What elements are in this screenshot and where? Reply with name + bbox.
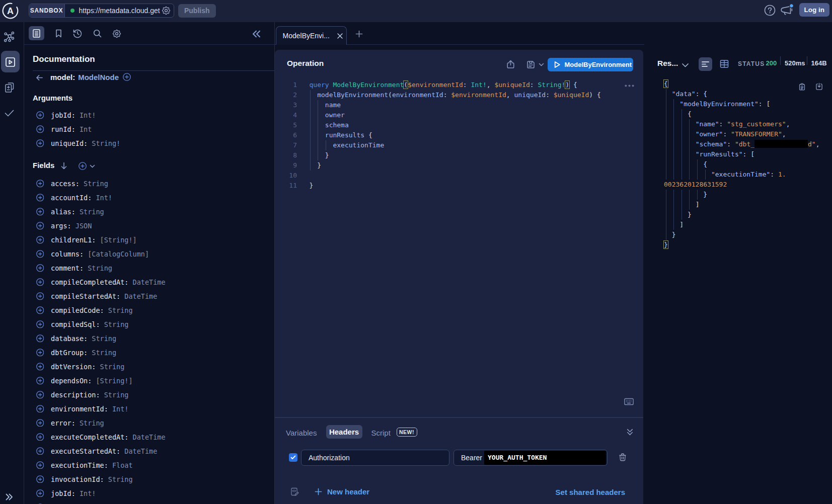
tab-modelbyenvironment[interactable]: ModelByEnvi... [276,26,347,45]
field-name[interactable]: alias: String [51,208,104,216]
add-field-icon[interactable] [36,334,44,343]
add-field-icon[interactable] [36,489,44,497]
add-field-icon[interactable] [36,139,44,147]
add-field-icon[interactable] [36,292,44,300]
history-tab-icon[interactable] [72,29,83,39]
response-menu-chevron-icon[interactable] [682,63,689,68]
run-button[interactable]: ModelByEnvironment [548,58,634,72]
checks-icon[interactable] [4,108,15,118]
field-name[interactable]: comment: String [51,264,112,272]
add-field-icon[interactable] [36,250,44,258]
field-name[interactable]: runId: Int [51,125,92,133]
field-type[interactable]: String [104,391,129,399]
login-button[interactable]: Log in [799,3,829,17]
add-field-icon[interactable] [36,461,44,469]
field-name[interactable]: accountId: Int! [51,194,112,202]
field-type[interactable]: String [104,320,129,328]
save-operation-icon[interactable] [526,60,536,69]
field-type[interactable]: String [92,334,116,343]
model-type-link[interactable]: ModelNode [78,73,119,81]
field-name[interactable]: dependsOn: [String!] [51,377,133,385]
field-type[interactable]: String [108,475,133,483]
field-name[interactable]: columns: [CatalogColumn] [51,250,149,258]
field-name[interactable]: compileCompletedAt: DateTime [51,278,166,286]
field-name[interactable]: environmentId: Int! [51,405,128,413]
add-field-icon[interactable] [36,264,44,272]
keyboard-shortcuts-icon[interactable] [624,398,634,405]
field-type[interactable]: DateTime [124,292,157,300]
add-fields-menu-chevron-icon[interactable] [90,164,95,169]
add-field-icon[interactable] [36,391,44,399]
field-name[interactable]: jobId: Int! [51,489,96,497]
new-header-plus-icon[interactable] [315,488,322,495]
new-tab-icon[interactable] [355,30,363,38]
field-type[interactable]: String [108,306,133,314]
add-field-icon[interactable] [36,377,44,385]
add-field-icon[interactable] [36,320,44,328]
add-field-icon[interactable] [36,222,44,230]
changelog-icon[interactable] [5,81,15,93]
operation-editor[interactable]: 1query ModelByEnvironment($environmentId… [275,80,643,191]
field-type[interactable]: DateTime [133,433,166,441]
add-field-icon[interactable] [36,180,44,188]
add-field-icon[interactable] [36,419,44,427]
collapse-docs-icon[interactable] [251,29,262,39]
tab-headers[interactable]: Headers [326,425,362,439]
announcements-icon[interactable] [780,4,795,18]
settings-tab-icon[interactable] [112,29,122,39]
field-name[interactable]: compileStartedAt: DateTime [51,292,157,300]
add-field-icon[interactable] [36,278,44,286]
field-name[interactable]: args: JSON [51,222,92,230]
field-name[interactable]: jobId: Int! [51,111,96,119]
field-name[interactable]: childrenL1: [String!] [51,236,137,244]
search-tab-icon[interactable] [93,29,102,38]
help-icon[interactable] [764,5,776,16]
field-name[interactable]: compiledSql: String [51,320,128,328]
set-shared-headers-button[interactable]: Set shared headers [556,488,625,496]
operation-menu-icon[interactable] [625,85,634,87]
header-enabled-checkbox[interactable] [289,453,297,462]
header-name-input[interactable]: Authorization [301,450,449,466]
field-type[interactable]: [String!] [100,236,137,244]
field-name[interactable]: compiledCode: String [51,306,133,314]
field-name[interactable]: access: String [51,180,108,188]
field-type[interactable]: String! [92,139,120,147]
new-header-button[interactable]: New header [327,487,369,496]
apollo-logo-icon[interactable]: A [1,2,20,20]
share-operation-icon[interactable] [506,60,515,69]
field-name[interactable]: invocationId: String [51,475,133,483]
tab-script[interactable]: Script [371,429,391,437]
field-name[interactable]: executeStartedAt: DateTime [51,447,157,455]
field-type[interactable]: String [100,363,125,371]
field-type[interactable]: Int [80,125,92,133]
add-field-icon[interactable] [36,349,44,357]
response-body[interactable]: { "data": { "modelByEnvironment": [ { "n… [644,79,832,250]
connection-settings-icon[interactable] [161,6,171,16]
response-table-view-icon[interactable] [720,59,729,68]
field-name[interactable]: dbtVersion: String [51,363,124,371]
field-type[interactable]: Int! [96,194,112,202]
add-field-icon[interactable] [36,405,44,413]
add-field-icon[interactable] [36,433,44,441]
add-field-icon[interactable] [36,363,44,371]
save-menu-chevron-icon[interactable] [539,63,544,67]
field-type[interactable]: String [84,180,108,188]
add-field-icon[interactable] [36,208,44,216]
add-all-fields-icon[interactable] [79,162,87,170]
bookmarks-tab-icon[interactable] [54,29,63,38]
field-name[interactable]: error: String [51,419,104,427]
field-name[interactable]: uniqueId: String! [51,139,120,147]
add-field-icon[interactable] [36,236,44,244]
field-type[interactable]: DateTime [124,447,157,455]
field-name[interactable]: executionTime: Float [51,461,133,469]
tab-variables[interactable]: Variables [286,429,317,437]
field-type[interactable]: [String!] [96,377,132,385]
add-field-icon[interactable] [36,447,44,455]
field-type[interactable]: String [80,419,104,427]
expand-rail-icon[interactable] [5,493,14,501]
field-type[interactable]: JSON [75,222,92,230]
field-name[interactable]: database: String [51,334,116,343]
response-json-view-icon[interactable] [701,60,710,68]
collapse-request-panel-icon[interactable] [626,428,634,437]
field-type[interactable]: Int! [80,489,96,497]
